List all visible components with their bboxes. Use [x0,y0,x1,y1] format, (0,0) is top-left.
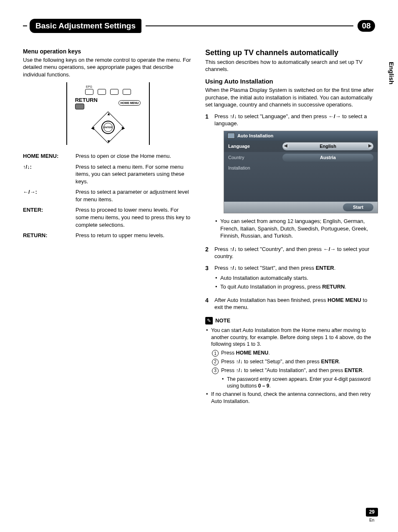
osd-row-installation: Installation [224,163,378,173]
note-heading: ✎ NOTE [205,317,375,324]
step1-text: Press ↑/↓ to select "Language", and then… [214,113,367,127]
right-column: Setting up TV channels automatically Thi… [205,48,375,407]
note-icon: ✎ [205,317,213,324]
step3-bullet2: To quit Auto Installation in progress, p… [214,283,375,291]
enter-button-icon: ENTER [103,123,113,132]
menu-operation-heading: Menu operation keys [23,48,193,56]
key-enter-desc: Press to proceed to lower menu levels. F… [76,206,193,228]
chapter-title-bar: Basic Adjustment Settings 08 [23,19,375,33]
epg-button-icon [85,89,93,95]
osd-row-language: Language ◀English▶ [224,141,378,152]
osd-auto-installation: Auto Installation Language ◀English▶ Cou… [224,131,378,213]
key-updown: ↑/↓: [23,163,73,185]
return-label: RETURN [75,96,98,104]
osd-row-country: Country Austria [224,152,378,163]
step3-bullet1: Auto Installation automatically starts. [214,274,375,282]
page-footer: 29 En [366,508,378,523]
title-line [146,25,353,26]
osd-value-language: ◀English▶ [282,142,373,150]
note-step3: 3Press ↑/↓ to select "Auto Installation"… [211,367,375,389]
left-arrow-icon: ◀ [283,143,289,149]
left-arrow-icon: ◀ [91,125,94,131]
note-label: NOTE [215,317,230,324]
title-line-left [23,25,27,26]
step-number: 3 [205,264,211,292]
setting-up-intro: This section describes how to automatica… [205,58,375,73]
right-arrow-icon: ▶ [122,125,125,131]
using-auto-install-heading: Using Auto Installation [205,77,375,86]
right-arrow-icon: ▶ [367,143,373,149]
step-number: 4 [205,296,211,311]
osd-label-language: Language [228,143,282,149]
note-step1: 1Press HOME MENU. [211,350,375,357]
osd-label-installation: Installation [228,165,282,171]
chapter-title: Basic Adjustment Settings [30,19,141,33]
page-lang-code: En [366,517,378,523]
remote-button-icon [110,89,118,95]
note-step2: 2Press ↑/↓ to select "Setup", and then p… [211,358,375,365]
page-number: 29 [366,508,378,516]
remote-button-icon [123,89,131,95]
osd-label-country: Country [228,155,282,161]
epg-label: EPG [85,85,93,89]
remote-button-icon [98,89,106,95]
key-description-table: HOME MENU: Press to open or close the Ho… [23,152,193,239]
home-menu-pill: HOME MENU [118,100,141,106]
note-p1: You can start Auto Installation from the… [205,327,375,390]
step1-note: You can select from among 12 languages; … [214,218,378,240]
key-updown-desc: Press to select a menu item. For some me… [76,163,193,185]
note-p2: If no channel is found, check the antenn… [205,391,375,405]
key-home-menu: HOME MENU: [23,152,73,160]
install-steps: 1 Press ↑/↓ to select "Language", and th… [205,113,375,311]
language-tab: English [385,58,397,88]
osd-start-button: Start [343,203,373,211]
step3-text: Press ↑/↓ to select "Start", and then pr… [214,265,335,271]
key-home-menu-desc: Press to open or close the Home menu. [76,152,193,160]
step4-text: After Auto Installation has been finishe… [214,297,367,311]
remote-diagram: EPG RETURN HOME MENU ENTER ▲ ▼ ◀ ▶ [66,82,150,145]
key-return-desc: Press to return to upper menu levels. [76,232,193,239]
osd-footer: Start [224,202,378,213]
menu-operation-intro: Use the following keys on the remote con… [23,56,193,79]
return-button-icon [75,104,84,109]
setting-up-heading: Setting up TV channels automatically [205,48,375,58]
key-enter: ENTER: [23,206,73,228]
step2-text: Press ↑/↓ to select "Country", and then … [214,246,369,260]
using-auto-install-p1: When the Plasma Display System is switch… [205,86,375,109]
down-arrow-icon: ▼ [107,139,111,144]
up-arrow-icon: ▲ [107,111,111,117]
step-number: 2 [205,246,211,260]
osd-title-icon [227,133,235,139]
osd-title-text: Auto Installation [237,133,273,139]
key-return: RETURN: [23,232,73,239]
key-leftright: ←/→: [23,188,73,203]
key-leftright-desc: Press to select a parameter or adjustmen… [76,188,193,203]
dpad-icon: ENTER ▲ ▼ ◀ ▶ [89,112,127,143]
left-column: Menu operation keys Use the following ke… [23,48,193,407]
chapter-number-badge: 08 [358,20,375,32]
note-step3-sub: The password entry screen appears. Enter… [221,376,375,389]
step-number: 1 [205,113,211,241]
osd-value-country: Austria [282,154,373,162]
